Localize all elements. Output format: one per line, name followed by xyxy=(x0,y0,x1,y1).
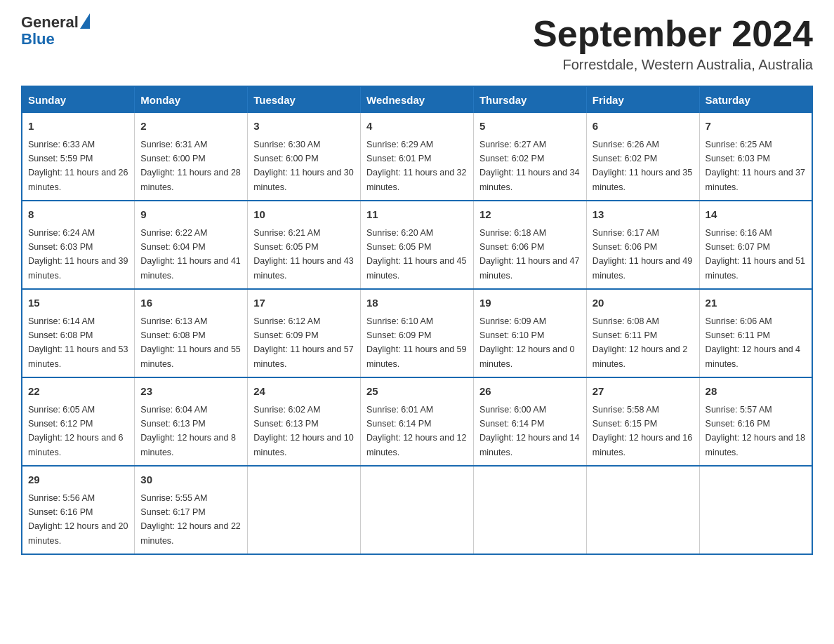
day-info: Sunrise: 6:14 AMSunset: 6:08 PMDaylight:… xyxy=(28,316,128,369)
calendar-cell: 5Sunrise: 6:27 AMSunset: 6:02 PMDaylight… xyxy=(473,113,586,201)
day-info: Sunrise: 5:57 AMSunset: 6:16 PMDaylight:… xyxy=(706,405,805,457)
day-info: Sunrise: 6:02 AMSunset: 6:13 PMDaylight:… xyxy=(253,405,353,457)
day-number: 24 xyxy=(253,384,355,400)
calendar-cell: 4Sunrise: 6:29 AMSunset: 6:01 PMDaylight… xyxy=(361,113,474,201)
calendar-week-5: 29Sunrise: 5:56 AMSunset: 6:16 PMDayligh… xyxy=(22,466,812,554)
day-info: Sunrise: 6:10 AMSunset: 6:09 PMDaylight:… xyxy=(366,316,466,369)
calendar-cell: 7Sunrise: 6:25 AMSunset: 6:03 PMDaylight… xyxy=(699,113,812,201)
day-info: Sunrise: 6:22 AMSunset: 6:04 PMDaylight:… xyxy=(140,228,240,281)
calendar-cell xyxy=(699,466,812,554)
day-number: 4 xyxy=(366,119,468,135)
day-number: 1 xyxy=(28,119,128,135)
calendar-cell: 11Sunrise: 6:20 AMSunset: 6:05 PMDayligh… xyxy=(361,201,474,289)
day-number: 10 xyxy=(253,207,355,223)
day-info: Sunrise: 6:04 AMSunset: 6:13 PMDaylight:… xyxy=(140,405,236,457)
day-info: Sunrise: 6:18 AMSunset: 6:06 PMDaylight:… xyxy=(479,228,579,281)
day-info: Sunrise: 6:33 AMSunset: 5:59 PMDaylight:… xyxy=(28,140,128,192)
day-number: 11 xyxy=(366,207,468,223)
day-number: 22 xyxy=(28,384,128,400)
calendar-cell: 1Sunrise: 6:33 AMSunset: 5:59 PMDaylight… xyxy=(22,113,135,201)
day-info: Sunrise: 6:12 AMSunset: 6:09 PMDaylight:… xyxy=(253,316,353,369)
day-number: 3 xyxy=(253,119,355,135)
calendar-cell: 15Sunrise: 6:14 AMSunset: 6:08 PMDayligh… xyxy=(22,289,135,377)
calendar-cell: 14Sunrise: 6:16 AMSunset: 6:07 PMDayligh… xyxy=(699,201,812,289)
day-number: 25 xyxy=(366,384,468,400)
day-info: Sunrise: 6:25 AMSunset: 6:03 PMDaylight:… xyxy=(706,140,805,192)
day-info: Sunrise: 6:31 AMSunset: 6:00 PMDaylight:… xyxy=(140,140,240,192)
day-info: Sunrise: 6:26 AMSunset: 6:02 PMDaylight:… xyxy=(593,140,692,192)
calendar-cell: 17Sunrise: 6:12 AMSunset: 6:09 PMDayligh… xyxy=(248,289,361,377)
day-number: 19 xyxy=(479,295,581,311)
day-info: Sunrise: 6:05 AMSunset: 6:12 PMDaylight:… xyxy=(28,405,124,457)
day-info: Sunrise: 6:06 AMSunset: 6:11 PMDaylight:… xyxy=(706,316,801,369)
calendar-cell: 22Sunrise: 6:05 AMSunset: 6:12 PMDayligh… xyxy=(22,377,135,466)
calendar-header: SundayMondayTuesdayWednesdayThursdayFrid… xyxy=(22,86,812,113)
day-number: 18 xyxy=(366,295,468,311)
calendar-cell: 29Sunrise: 5:56 AMSunset: 6:16 PMDayligh… xyxy=(22,466,135,554)
day-info: Sunrise: 6:08 AMSunset: 6:11 PMDaylight:… xyxy=(593,316,688,369)
calendar-body: 1Sunrise: 6:33 AMSunset: 5:59 PMDaylight… xyxy=(22,113,812,554)
weekday-header-thursday: Thursday xyxy=(473,86,586,113)
calendar-cell: 3Sunrise: 6:30 AMSunset: 6:00 PMDaylight… xyxy=(248,113,361,201)
calendar-cell: 13Sunrise: 6:17 AMSunset: 6:06 PMDayligh… xyxy=(586,201,699,289)
logo: General Blue xyxy=(21,14,90,48)
calendar-cell: 12Sunrise: 6:18 AMSunset: 6:06 PMDayligh… xyxy=(473,201,586,289)
day-number: 15 xyxy=(28,295,128,311)
day-info: Sunrise: 6:29 AMSunset: 6:01 PMDaylight:… xyxy=(366,140,466,192)
page-header: General Blue September 2024 Forrestdale,… xyxy=(21,14,813,73)
day-info: Sunrise: 6:13 AMSunset: 6:08 PMDaylight:… xyxy=(140,316,240,369)
calendar-cell: 19Sunrise: 6:09 AMSunset: 6:10 PMDayligh… xyxy=(473,289,586,377)
day-number: 17 xyxy=(253,295,355,311)
calendar-cell: 27Sunrise: 5:58 AMSunset: 6:15 PMDayligh… xyxy=(586,377,699,466)
calendar-cell xyxy=(586,466,699,554)
calendar-week-1: 1Sunrise: 6:33 AMSunset: 5:59 PMDaylight… xyxy=(22,113,812,201)
calendar-cell: 20Sunrise: 6:08 AMSunset: 6:11 PMDayligh… xyxy=(586,289,699,377)
calendar-cell: 26Sunrise: 6:00 AMSunset: 6:14 PMDayligh… xyxy=(473,377,586,466)
calendar-week-2: 8Sunrise: 6:24 AMSunset: 6:03 PMDaylight… xyxy=(22,201,812,289)
weekday-header-saturday: Saturday xyxy=(699,86,812,113)
weekday-header-sunday: Sunday xyxy=(22,86,135,113)
day-info: Sunrise: 6:16 AMSunset: 6:07 PMDaylight:… xyxy=(706,228,805,281)
calendar-cell: 18Sunrise: 6:10 AMSunset: 6:09 PMDayligh… xyxy=(361,289,474,377)
day-number: 9 xyxy=(140,207,241,223)
weekday-header-tuesday: Tuesday xyxy=(248,86,361,113)
day-info: Sunrise: 6:20 AMSunset: 6:05 PMDaylight:… xyxy=(366,228,466,281)
day-number: 2 xyxy=(140,119,241,135)
day-number: 27 xyxy=(593,384,694,400)
calendar-cell: 30Sunrise: 5:55 AMSunset: 6:17 PMDayligh… xyxy=(135,466,248,554)
calendar-cell: 21Sunrise: 6:06 AMSunset: 6:11 PMDayligh… xyxy=(699,289,812,377)
calendar-week-3: 15Sunrise: 6:14 AMSunset: 6:08 PMDayligh… xyxy=(22,289,812,377)
weekday-header-row: SundayMondayTuesdayWednesdayThursdayFrid… xyxy=(22,86,812,113)
location-text: Forrestdale, Western Australia, Australi… xyxy=(533,57,813,73)
day-number: 28 xyxy=(706,384,806,400)
day-info: Sunrise: 6:17 AMSunset: 6:06 PMDaylight:… xyxy=(593,228,692,281)
calendar-cell: 28Sunrise: 5:57 AMSunset: 6:16 PMDayligh… xyxy=(699,377,812,466)
day-info: Sunrise: 5:55 AMSunset: 6:17 PMDaylight:… xyxy=(140,493,240,546)
day-number: 14 xyxy=(706,207,806,223)
day-number: 8 xyxy=(28,207,128,223)
day-number: 29 xyxy=(28,472,128,488)
calendar-cell xyxy=(248,466,361,554)
calendar-cell: 8Sunrise: 6:24 AMSunset: 6:03 PMDaylight… xyxy=(22,201,135,289)
month-title: September 2024 xyxy=(533,14,813,54)
calendar-cell xyxy=(473,466,586,554)
day-number: 13 xyxy=(593,207,694,223)
day-info: Sunrise: 6:27 AMSunset: 6:02 PMDaylight:… xyxy=(479,140,579,192)
calendar-cell: 9Sunrise: 6:22 AMSunset: 6:04 PMDaylight… xyxy=(135,201,248,289)
day-info: Sunrise: 6:00 AMSunset: 6:14 PMDaylight:… xyxy=(479,405,579,457)
calendar-cell: 2Sunrise: 6:31 AMSunset: 6:00 PMDaylight… xyxy=(135,113,248,201)
logo-general-text: General xyxy=(21,14,79,31)
day-number: 7 xyxy=(706,119,806,135)
day-info: Sunrise: 6:21 AMSunset: 6:05 PMDaylight:… xyxy=(253,228,353,281)
calendar-cell: 25Sunrise: 6:01 AMSunset: 6:14 PMDayligh… xyxy=(361,377,474,466)
weekday-header-monday: Monday xyxy=(135,86,248,113)
calendar-cell: 23Sunrise: 6:04 AMSunset: 6:13 PMDayligh… xyxy=(135,377,248,466)
calendar-cell: 6Sunrise: 6:26 AMSunset: 6:02 PMDaylight… xyxy=(586,113,699,201)
day-number: 12 xyxy=(479,207,581,223)
day-info: Sunrise: 6:30 AMSunset: 6:00 PMDaylight:… xyxy=(253,140,353,192)
calendar-cell: 16Sunrise: 6:13 AMSunset: 6:08 PMDayligh… xyxy=(135,289,248,377)
day-number: 23 xyxy=(140,384,241,400)
logo-triangle-icon xyxy=(80,13,90,29)
calendar-table: SundayMondayTuesdayWednesdayThursdayFrid… xyxy=(21,86,813,555)
calendar-cell: 24Sunrise: 6:02 AMSunset: 6:13 PMDayligh… xyxy=(248,377,361,466)
